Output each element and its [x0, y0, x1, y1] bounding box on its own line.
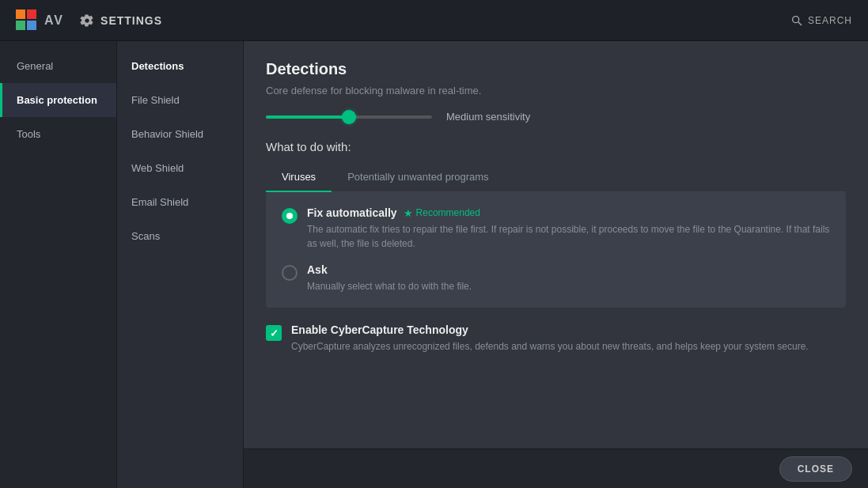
slider-track[interactable] [266, 115, 432, 119]
cybercapture-checkbox[interactable]: ✓ [266, 325, 282, 341]
avast-logo-icon [16, 9, 38, 32]
sub-nav-item-scans[interactable]: Scans [117, 219, 243, 253]
option-ask: Ask Manually select what to do with the … [282, 263, 830, 293]
bottom-bar: CLOSE [244, 448, 868, 488]
top-bar: AV SETTINGS SEARCH [0, 0, 868, 41]
tab-viruses[interactable]: Viruses [266, 163, 332, 192]
option-fix-automatically: Fix automatically ★ Recommended The auto… [282, 206, 830, 251]
left-nav: General Basic protection Tools [0, 41, 117, 488]
svg-rect-1 [27, 9, 36, 19]
settings-title: SETTINGS [80, 13, 162, 28]
close-button[interactable]: CLOSE [779, 456, 852, 482]
logo-text: AV [44, 13, 64, 28]
sub-nav: Detections File Shield Behavior Shield W… [117, 41, 244, 488]
svg-line-5 [798, 22, 802, 25]
option-fix-desc: The automatic fix tries to repair the fi… [307, 222, 830, 251]
radio-ask[interactable] [282, 265, 298, 281]
logo: AV [16, 9, 64, 32]
svg-rect-0 [16, 9, 25, 19]
checkmark-icon: ✓ [270, 327, 279, 339]
settings-label: SETTINGS [100, 14, 162, 27]
what-to-do-label: What to do with: [266, 140, 846, 153]
search-icon [790, 14, 803, 27]
option-ask-title: Ask [307, 263, 328, 276]
sub-nav-item-behavior-shield[interactable]: Behavior Shield [117, 117, 243, 151]
gear-icon [80, 13, 94, 28]
sub-nav-item-file-shield[interactable]: File Shield [117, 83, 243, 117]
cybercapture-desc: CyberCapture analyzes unrecognized files… [291, 339, 809, 354]
svg-rect-2 [16, 21, 25, 30]
main-content: Detections Core defense for blocking mal… [244, 41, 868, 488]
sub-nav-item-web-shield[interactable]: Web Shield [117, 151, 243, 185]
svg-rect-3 [27, 21, 36, 30]
recommended-label: Recommended [416, 207, 480, 218]
radio-fix-automatically[interactable] [282, 208, 298, 224]
sub-nav-item-detections[interactable]: Detections [117, 49, 243, 83]
option-fix-title: Fix automatically [307, 206, 397, 219]
main-layout: General Basic protection Tools Detection… [0, 41, 868, 488]
section-subtitle: Core defense for blocking malware in rea… [266, 85, 846, 96]
search-label: SEARCH [808, 15, 852, 26]
recommended-badge: ★ Recommended [404, 207, 480, 219]
sub-nav-item-email-shield[interactable]: Email Shield [117, 185, 243, 219]
option-ask-desc: Manually select what to do with the file… [307, 279, 472, 293]
tab-pup[interactable]: Potentially unwanted programs [332, 163, 505, 192]
slider-label: Medium sensitivity [446, 111, 530, 123]
slider-fill [266, 115, 349, 119]
slider-thumb[interactable] [342, 110, 356, 124]
nav-item-general[interactable]: General [0, 49, 116, 83]
svg-point-4 [793, 16, 799, 22]
nav-item-basic-protection[interactable]: Basic protection [0, 83, 116, 117]
sensitivity-slider-row: Medium sensitivity [266, 111, 846, 123]
tabs: Viruses Potentially unwanted programs [266, 163, 846, 192]
search-button[interactable]: SEARCH [790, 14, 852, 27]
cybercapture-title: Enable CyberCapture Technology [291, 323, 809, 336]
page-title: Detections [266, 60, 846, 78]
star-icon: ★ [404, 207, 413, 219]
options-card: Fix automatically ★ Recommended The auto… [266, 192, 846, 308]
nav-item-tools[interactable]: Tools [0, 117, 116, 151]
cybercapture-section: ✓ Enable CyberCapture Technology CyberCa… [266, 323, 846, 354]
